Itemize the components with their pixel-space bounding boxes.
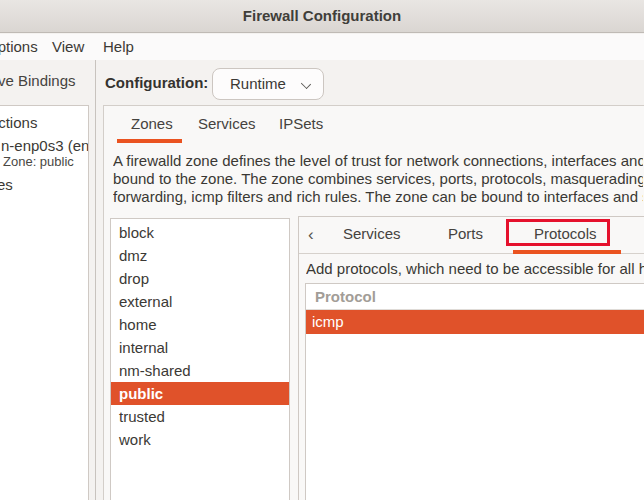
zone-row-block[interactable]: block [111,221,289,244]
protocol-row-icmp[interactable]: icmp [306,310,644,334]
connection-name: n-enp0s3 (enp [0,137,88,154]
sidebar-separator [95,60,96,500]
protocol-column-header[interactable]: Protocol [306,284,644,310]
tab-ipsets[interactable]: IPSets [279,115,323,132]
zone-row-internal[interactable]: internal [111,336,289,359]
zone-settings-tabstrip: ‹ Services Ports Protocols [299,217,644,254]
zone-row-work[interactable]: work [111,428,289,451]
protocols-table: Protocol icmp [305,283,644,500]
menu-view[interactable]: View [52,34,84,60]
active-tab-underline [513,250,621,254]
menu-options[interactable]: Options [0,34,38,60]
sidebar-item-connections[interactable]: Connections [0,112,88,134]
description-line: forwarding, icmp filters and rich rules.… [113,188,643,206]
zone-list: block dmz drop external home internal nm… [110,218,290,500]
zone-settings-panel: ‹ Services Ports Protocols Add protocols… [298,216,644,500]
connection-zone: Zone: public [0,154,88,170]
description-line: A firewalld zone defines the level of tr… [113,152,643,170]
menu-bar: Options View Help [0,34,644,60]
red-annotation-box [506,219,610,246]
active-bindings-list: Connections n-enp0s3 (enp Zone: public I… [0,105,89,500]
active-bindings-label: Active Bindings [0,72,76,89]
zone-row-public[interactable]: public [111,382,289,405]
firewall-configuration-window: Firewall Configuration Options View Help… [0,0,644,500]
protocols-help-text: Add protocols, which need to be accessib… [306,260,644,279]
tab-zones[interactable]: Zones [131,115,173,132]
zone-row-home[interactable]: home [111,313,289,336]
sidebar-item-connection[interactable]: n-enp0s3 (enp Zone: public [0,134,88,170]
zone-description: A firewalld zone defines the level of tr… [113,152,643,206]
connections-label: Connections [0,112,37,134]
active-bindings-header: Active Bindings [0,72,88,92]
configuration-dropdown[interactable]: Runtime [212,68,324,100]
description-line: bound to the zone. The zone combines ser… [113,170,643,188]
tab-zone-services[interactable]: Services [343,225,401,242]
chevron-down-icon [301,79,311,89]
active-tab-underline [117,139,182,143]
tab-services[interactable]: Services [198,115,256,132]
zone-row-external[interactable]: external [111,290,289,313]
zone-row-trusted[interactable]: trusted [111,405,289,428]
tab-scroll-left-icon[interactable]: ‹ [308,224,314,246]
sidebar-item-interfaces[interactable]: Interfaces [0,174,88,196]
configuration-label: Configuration: [105,74,208,91]
zone-row-nm-shared[interactable]: nm-shared [111,359,289,382]
zone-row-dmz[interactable]: dmz [111,244,289,267]
zone-row-drop[interactable]: drop [111,267,289,290]
tab-zone-ports[interactable]: Ports [448,225,483,242]
menu-help[interactable]: Help [103,34,134,60]
window-title: Firewall Configuration [243,7,401,24]
interfaces-label: Interfaces [0,174,13,196]
configuration-value: Runtime [230,75,286,92]
title-bar[interactable]: Firewall Configuration [0,0,644,33]
